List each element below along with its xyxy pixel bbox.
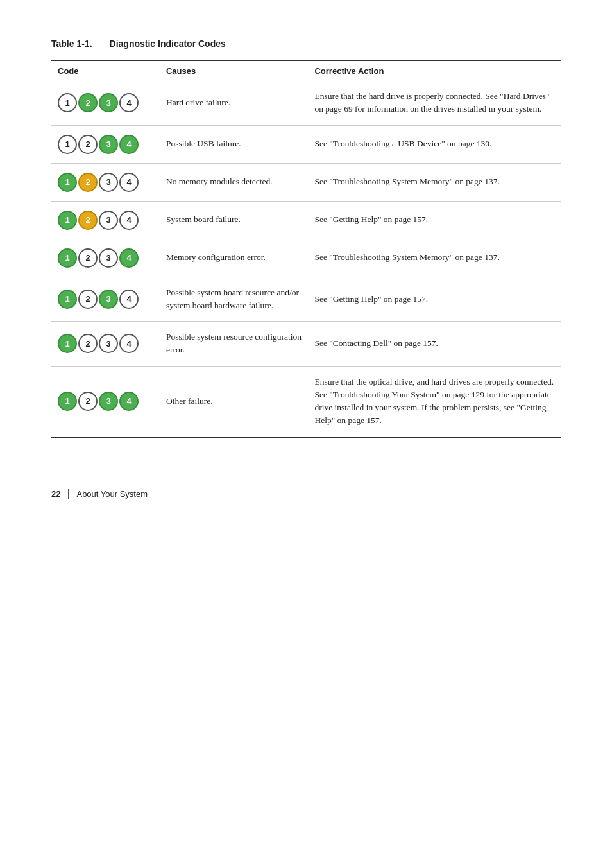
col-code: Code	[51, 60, 160, 81]
action-cell: See "Getting Help" on page 157.	[308, 277, 561, 322]
led-group: 1234	[58, 211, 153, 230]
table-label: Diagnostic Indicator Codes	[110, 39, 226, 49]
led-1-off: 1	[58, 135, 77, 154]
causes-cell: Other failure.	[160, 366, 308, 437]
causes-cell: No memory modules detected.	[160, 163, 308, 201]
led-1-green: 1	[58, 248, 77, 268]
action-cell: See "Troubleshooting a USB Device" on pa…	[308, 125, 561, 163]
led-cell: 1234	[51, 239, 160, 277]
table-number: Table 1-1.	[51, 39, 92, 49]
led-3-off: 3	[99, 334, 118, 353]
led-2-amber: 2	[78, 211, 98, 230]
led-group: 1234	[58, 334, 153, 353]
led-2-amber: 2	[78, 173, 98, 192]
causes-cell: Memory configuration error.	[160, 239, 308, 277]
diagnostic-table: Code Causes Corrective Action 1234Hard d…	[51, 60, 561, 438]
led-group: 1234	[58, 392, 153, 411]
led-4-off: 4	[119, 173, 139, 192]
led-3-off: 3	[99, 211, 118, 230]
led-2-off: 2	[78, 135, 98, 154]
led-group: 1234	[58, 93, 153, 112]
page-footer: 22 About Your System	[51, 489, 561, 499]
led-cell: 1234	[51, 277, 160, 322]
led-2-off: 2	[78, 290, 98, 309]
led-2-green: 2	[78, 93, 98, 112]
led-4-off: 4	[119, 290, 139, 309]
led-cell: 1234	[51, 163, 160, 201]
table-row: 1234Possible USB failure.See "Troublesho…	[51, 125, 561, 163]
table-row: 1234Possible system resource configurati…	[51, 322, 561, 367]
led-1-off: 1	[58, 93, 77, 112]
causes-cell: Hard drive failure.	[160, 81, 308, 125]
led-cell: 1234	[51, 322, 160, 367]
led-cell: 1234	[51, 201, 160, 239]
led-cell: 1234	[51, 81, 160, 125]
led-4-green: 4	[119, 392, 139, 411]
led-cell: 1234	[51, 366, 160, 437]
led-2-off: 2	[78, 392, 98, 411]
led-group: 1234	[58, 290, 153, 309]
led-1-green: 1	[58, 173, 77, 192]
table-row: 1234System board failure.See "Getting He…	[51, 201, 561, 239]
led-1-green: 1	[58, 392, 77, 411]
table-title-container: Table 1-1. Diagnostic Indicator Codes	[51, 39, 561, 49]
action-cell: See "Troubleshooting System Memory" on p…	[308, 163, 561, 201]
table-row: 1234Possible system board resource and/o…	[51, 277, 561, 322]
led-cell: 1234	[51, 125, 160, 163]
action-cell: See "Getting Help" on page 157.	[308, 201, 561, 239]
led-4-off: 4	[119, 211, 139, 230]
led-4-green: 4	[119, 135, 139, 154]
causes-cell: Possible system board resource and/or sy…	[160, 277, 308, 322]
led-4-off: 4	[119, 93, 139, 112]
col-causes: Causes	[160, 60, 308, 81]
led-group: 1234	[58, 248, 153, 268]
led-2-off: 2	[78, 248, 98, 268]
led-2-off: 2	[78, 334, 98, 353]
led-1-green: 1	[58, 334, 77, 353]
led-3-green: 3	[99, 135, 118, 154]
action-cell: See "Contacting Dell" on page 157.	[308, 322, 561, 367]
causes-cell: System board failure.	[160, 201, 308, 239]
table-row: 1234Other failure.Ensure that the optica…	[51, 366, 561, 437]
table-header-row: Code Causes Corrective Action	[51, 60, 561, 81]
led-3-off: 3	[99, 248, 118, 268]
led-3-green: 3	[99, 290, 118, 309]
action-cell: Ensure that the hard drive is properly c…	[308, 81, 561, 125]
led-3-green: 3	[99, 93, 118, 112]
led-3-green: 3	[99, 392, 118, 411]
action-cell: Ensure that the optical drive, and hard …	[308, 366, 561, 437]
causes-cell: Possible USB failure.	[160, 125, 308, 163]
causes-cell: Possible system resource configuration e…	[160, 322, 308, 367]
led-3-off: 3	[99, 173, 118, 192]
table-row: 1234No memory modules detected.See "Trou…	[51, 163, 561, 201]
led-group: 1234	[58, 173, 153, 192]
table-row: 1234Memory configuration error.See "Trou…	[51, 239, 561, 277]
section-label: About Your System	[76, 489, 148, 499]
led-1-green: 1	[58, 211, 77, 230]
led-1-green: 1	[58, 290, 77, 309]
table-row: 1234Hard drive failure.Ensure that the h…	[51, 81, 561, 125]
page-number: 22	[51, 489, 60, 499]
led-4-green: 4	[119, 248, 139, 268]
action-cell: See "Troubleshooting System Memory" on p…	[308, 239, 561, 277]
led-4-off: 4	[119, 334, 139, 353]
col-action: Corrective Action	[308, 60, 561, 81]
led-group: 1234	[58, 135, 153, 154]
